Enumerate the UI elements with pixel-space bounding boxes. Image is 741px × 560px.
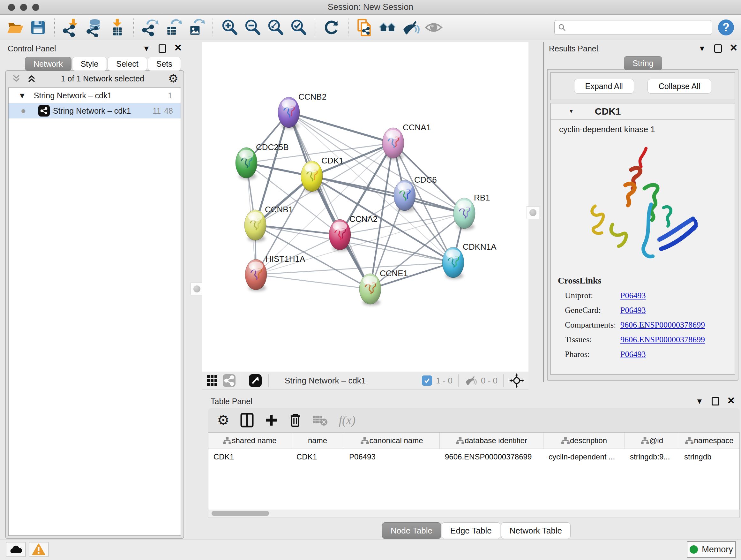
network-edge[interactable] (256, 274, 370, 289)
memory-status-dot-icon (690, 545, 698, 554)
tab-string[interactable]: String (624, 56, 662, 70)
collapse-all-networks-icon[interactable] (26, 73, 37, 84)
crosslink-link[interactable]: P06493 (620, 350, 646, 359)
crosslink-link[interactable]: P06493 (620, 291, 646, 300)
network-node-CCNA1[interactable]: CCNA1 (382, 123, 431, 160)
left-splitter-handle[interactable] (191, 283, 203, 295)
tab-style[interactable]: Style (72, 57, 107, 71)
search-icon (558, 23, 566, 32)
close-panel-icon[interactable]: × (728, 394, 735, 407)
collection-expand-icon[interactable]: ▼ (18, 91, 26, 100)
column-header-description[interactable]: description (543, 433, 625, 449)
zoom-fit-button[interactable] (266, 18, 285, 37)
import-network-icon (62, 18, 80, 37)
network-node-CCNB2[interactable]: CCNB2 (278, 92, 327, 129)
zoom-selected-button[interactable] (289, 18, 308, 37)
float-panel-icon[interactable] (712, 397, 719, 406)
close-panel-icon[interactable]: × (175, 42, 182, 54)
show-columns-icon[interactable] (240, 413, 254, 428)
network-edge[interactable] (289, 112, 393, 143)
search-input[interactable] (569, 23, 703, 32)
tab-network-table[interactable]: Network Table (501, 522, 570, 539)
import-table-button[interactable] (108, 18, 126, 37)
gene-description: cyclin-dependent kinase 1 (551, 120, 735, 134)
tab-sets[interactable]: Sets (148, 57, 181, 71)
import-network-file-button[interactable] (62, 18, 80, 37)
network-collection-row[interactable]: ▼ String Network – cdk1 1 (9, 88, 181, 103)
export-table-button[interactable] (164, 18, 183, 37)
network-node-CCNE1[interactable]: CCNE1 (359, 268, 408, 306)
expand-all-button[interactable]: Expand All (574, 79, 634, 94)
apply-layout-button[interactable] (322, 18, 341, 37)
collapse-all-button[interactable]: Collapse All (648, 79, 712, 94)
export-image-button[interactable] (187, 18, 205, 37)
table-row[interactable]: CDK1CDK1P064939606.ENSP00000378699cyclin… (208, 449, 739, 464)
gene-section-header[interactable]: ▼ CDK1 (551, 104, 735, 120)
save-session-button[interactable] (29, 18, 47, 37)
minimize-window-icon[interactable] (20, 4, 27, 11)
network-node-HIST1H1A[interactable]: HIST1H1A (245, 254, 306, 291)
function-builder-button[interactable]: f(x) (339, 413, 355, 427)
delete-column-trash-icon[interactable] (289, 413, 301, 428)
crosslink-link[interactable]: 9606.ENSP00000378699 (620, 320, 705, 330)
node-label-CCNB1: CCNB1 (265, 205, 293, 214)
tab-select[interactable]: Select (108, 57, 147, 71)
cloud-status-button[interactable] (6, 542, 25, 557)
collapse-panel-icon[interactable]: ▼ (698, 45, 706, 52)
column-header-namespace[interactable]: namespace (679, 433, 740, 449)
float-panel-icon[interactable] (714, 44, 722, 53)
open-session-button[interactable] (6, 18, 24, 37)
close-panel-icon[interactable]: × (730, 42, 737, 54)
memory-button[interactable]: Memory (687, 541, 736, 558)
hidden-eye-slash-icon[interactable] (464, 375, 477, 386)
zoom-out-button[interactable] (243, 18, 262, 37)
network-edge[interactable] (256, 262, 453, 274)
new-network-from-selection-button[interactable] (355, 18, 374, 37)
tab-edge-table[interactable]: Edge Table (442, 522, 500, 539)
string-home-button[interactable] (379, 18, 397, 37)
column-header-canonical-name[interactable]: canonical name (344, 433, 440, 449)
network-node-RB1[interactable]: RB1 (454, 193, 490, 230)
export-network-button[interactable] (141, 18, 159, 37)
scrollbar-thumb[interactable] (212, 511, 269, 516)
fit-selected-crosshair-icon[interactable] (509, 373, 524, 388)
column-header--id[interactable]: @id (625, 433, 679, 449)
network-node-CDKN1A[interactable]: CDKN1A (442, 242, 496, 279)
column-header-name[interactable]: name (291, 433, 344, 449)
section-expand-icon[interactable]: ▼ (569, 109, 574, 114)
collapse-panel-icon[interactable]: ▼ (143, 45, 150, 52)
tab-node-table[interactable]: Node Table (382, 522, 441, 539)
selected-nodes-checkbox[interactable] (422, 375, 432, 386)
crosslink-link[interactable]: 9606.ENSP00000378699 (620, 335, 705, 345)
zoom-in-button[interactable] (220, 18, 239, 37)
export-table-icon (164, 18, 183, 37)
column-header-shared-name[interactable]: shared name (208, 433, 291, 449)
delete-table-icon[interactable] (313, 414, 328, 427)
tab-network[interactable]: Network (25, 57, 71, 71)
table-cell: stringdb (679, 449, 740, 464)
grid-view-icon[interactable] (206, 374, 218, 387)
table-options-gear-icon[interactable]: ⚙ (217, 413, 229, 427)
column-header-database-identifier[interactable]: database identifier (440, 433, 543, 449)
table-horizontal-scrollbar[interactable] (208, 509, 740, 518)
right-splitter-handle[interactable] (527, 206, 539, 219)
collapse-panel-icon[interactable]: ▼ (696, 397, 703, 405)
share-view-icon[interactable] (223, 374, 235, 387)
show-all-button[interactable] (424, 18, 443, 37)
close-window-icon[interactable] (8, 4, 15, 11)
network-edge[interactable] (312, 176, 464, 213)
import-network-database-button[interactable] (85, 18, 104, 37)
float-panel-icon[interactable] (158, 44, 166, 53)
network-row[interactable]: ● String Network – cdk1 11 48 (9, 103, 181, 118)
network-options-gear-icon[interactable]: ⚙ (168, 73, 179, 84)
warning-status-button[interactable] (29, 542, 49, 557)
network-canvas[interactable]: CCNB2CCNA1CDC25BCDK1CDC6RB1CCNB1CCNA2CDK… (202, 42, 529, 372)
help-button[interactable]: ? (717, 18, 735, 37)
crosslink-link[interactable]: P06493 (620, 306, 646, 315)
birdseye-view-icon[interactable] (249, 374, 262, 387)
maximize-window-icon[interactable] (32, 4, 39, 11)
hide-selected-button[interactable] (401, 18, 420, 37)
create-column-plus-icon[interactable] (265, 414, 278, 427)
expand-all-networks-icon[interactable] (11, 73, 22, 84)
search-field[interactable] (554, 20, 712, 35)
